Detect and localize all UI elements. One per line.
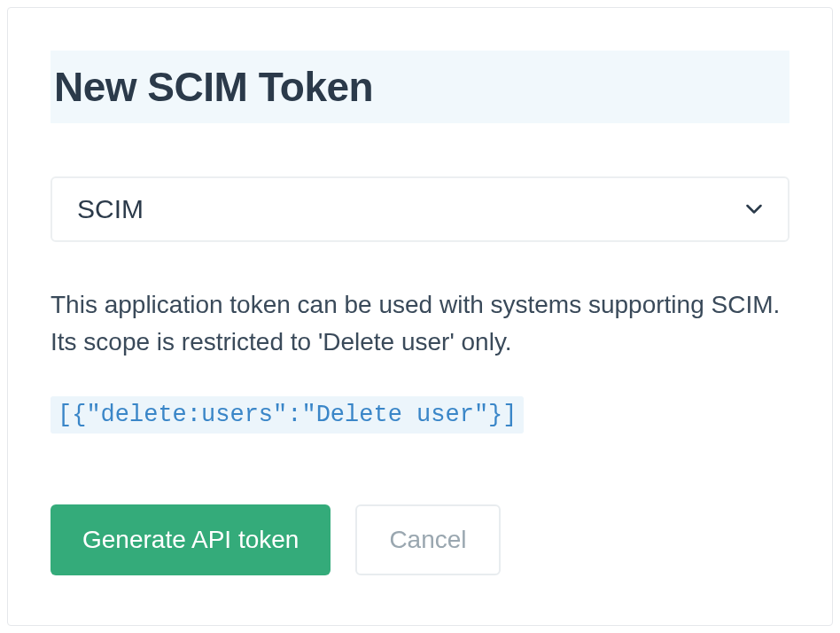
cancel-button[interactable]: Cancel: [355, 504, 500, 575]
button-row: Generate API token Cancel: [51, 504, 789, 575]
token-description: This application token can be used with …: [51, 286, 789, 361]
page-title: New SCIM Token: [54, 63, 782, 111]
select-value: SCIM: [77, 194, 144, 224]
title-bar: New SCIM Token: [51, 51, 789, 123]
token-card: New SCIM Token SCIM This application tok…: [7, 7, 833, 626]
scope-json: [{"delete:users":"Delete user"}]: [51, 396, 524, 434]
chevron-down-icon: [745, 200, 763, 218]
token-type-select[interactable]: SCIM: [51, 176, 789, 242]
generate-token-button[interactable]: Generate API token: [51, 504, 331, 575]
